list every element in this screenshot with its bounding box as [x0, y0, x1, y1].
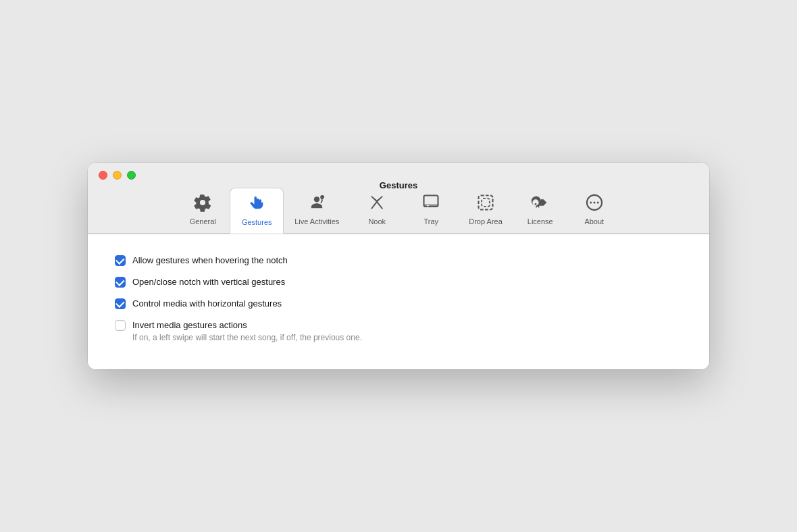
svg-point-0: [314, 196, 319, 202]
tab-drop-area[interactable]: Drop Area: [458, 188, 513, 233]
main-window: Gestures General: [88, 163, 709, 370]
tab-about[interactable]: About: [567, 188, 621, 233]
control-media-checkbox[interactable]: [115, 298, 126, 309]
toolbar: General Gestures: [176, 185, 621, 233]
tab-license[interactable]: License: [513, 188, 567, 233]
tab-about-label: About: [584, 217, 604, 225]
key-icon: [531, 193, 550, 215]
tab-drop-area-label: Drop Area: [469, 217, 503, 225]
open-close-notch-label: Open/close notch with vertical gestures: [132, 276, 285, 288]
content-area: Allow gestures when hovering the notch O…: [88, 234, 709, 370]
gear-icon: [193, 193, 212, 215]
control-media-wrapper[interactable]: Control media with horizontal gestures: [115, 298, 282, 310]
open-close-notch-checkbox[interactable]: [115, 277, 126, 288]
maximize-button[interactable]: [127, 171, 136, 180]
control-media-label: Control media with horizontal gestures: [132, 298, 282, 310]
drop-area-icon: [476, 193, 495, 215]
invert-media-wrapper[interactable]: Invert media gestures actions: [115, 319, 682, 331]
live-activities-icon: [307, 193, 326, 215]
tab-gestures-label: Gestures: [242, 218, 272, 226]
tab-live-activities-label: Live Activities: [294, 217, 339, 225]
svg-point-9: [590, 201, 592, 203]
svg-rect-6: [482, 198, 490, 207]
close-button[interactable]: [99, 171, 107, 180]
nook-icon: [367, 193, 386, 215]
setting-control-media: Control media with horizontal gestures: [115, 298, 682, 310]
tab-nook-label: Nook: [368, 217, 386, 225]
setting-allow-gestures: Allow gestures when hovering the notch: [115, 255, 682, 267]
minimize-button[interactable]: [113, 171, 122, 180]
titlebar: Gestures General: [88, 163, 709, 234]
tab-license-label: License: [528, 217, 553, 225]
svg-point-1: [320, 195, 324, 199]
tab-tray[interactable]: Tray: [404, 188, 458, 233]
open-close-notch-wrapper[interactable]: Open/close notch with vertical gestures: [115, 276, 285, 288]
svg-rect-5: [479, 195, 493, 209]
allow-gestures-checkbox[interactable]: [115, 255, 126, 266]
window-controls: [99, 171, 136, 180]
tray-icon: [421, 193, 440, 215]
hand-icon: [247, 194, 266, 215]
tab-gestures[interactable]: Gestures: [230, 188, 284, 234]
invert-media-checkbox[interactable]: [115, 320, 126, 331]
svg-rect-3: [424, 204, 438, 207]
tab-live-activities[interactable]: Live Activities: [284, 188, 350, 233]
invert-media-hint: If on, a left swipe will start the next …: [132, 333, 682, 342]
tab-nook[interactable]: Nook: [350, 188, 404, 233]
svg-point-11: [597, 201, 599, 203]
setting-open-close-notch: Open/close notch with vertical gestures: [115, 276, 682, 288]
settings-group: Allow gestures when hovering the notch O…: [115, 255, 682, 343]
svg-point-10: [593, 201, 595, 203]
tab-general-label: General: [190, 217, 216, 225]
svg-point-7: [534, 203, 536, 205]
ellipsis-icon: [585, 193, 604, 215]
allow-gestures-wrapper[interactable]: Allow gestures when hovering the notch: [115, 255, 288, 267]
tab-general[interactable]: General: [176, 188, 230, 233]
setting-invert-media: Invert media gestures actions If on, a l…: [115, 319, 682, 342]
allow-gestures-label: Allow gestures when hovering the notch: [132, 255, 288, 267]
invert-media-label: Invert media gestures actions: [132, 319, 247, 331]
tab-tray-label: Tray: [423, 217, 438, 225]
